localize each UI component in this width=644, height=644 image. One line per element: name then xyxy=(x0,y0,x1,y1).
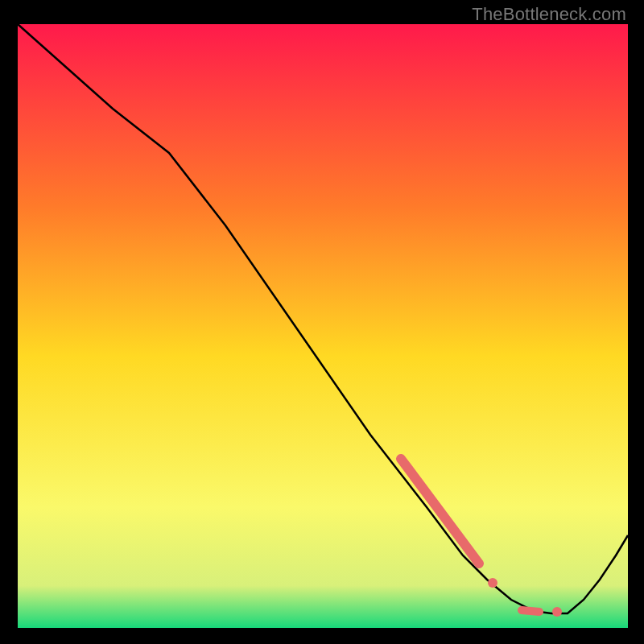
chart-container: TheBottleneck.com xyxy=(0,0,644,644)
watermark-text: TheBottleneck.com xyxy=(472,4,626,25)
marker-dot-1 xyxy=(488,578,497,588)
marker-dot-2 xyxy=(552,607,562,617)
bottom-dash xyxy=(522,610,539,612)
plot-background xyxy=(18,24,628,628)
chart-svg xyxy=(0,0,644,644)
